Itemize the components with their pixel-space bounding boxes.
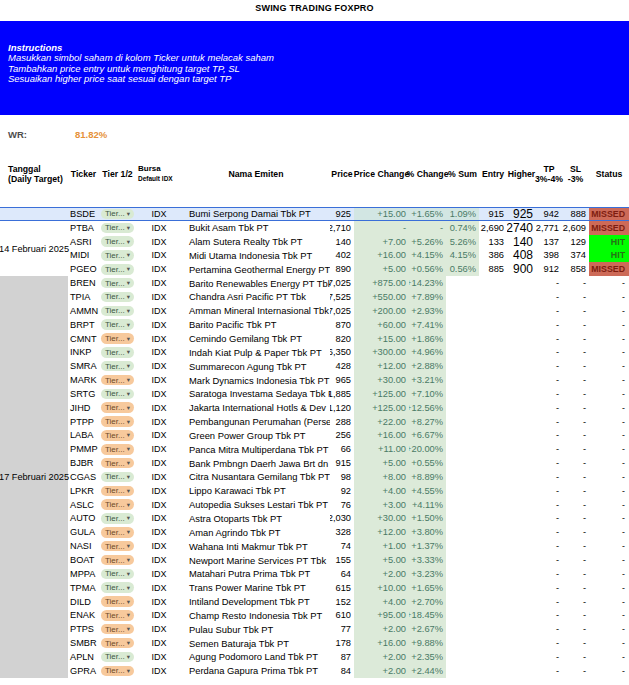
- header-price: Price: [330, 151, 354, 197]
- tier-dropdown[interactable]: Tier...▾: [101, 278, 134, 289]
- cell-pct_sum: 4.15%: [446, 249, 479, 263]
- cell-pct_change: +1.86%: [409, 332, 446, 346]
- tier-dropdown[interactable]: Tier...▾: [101, 666, 134, 677]
- cell-ticker: GPRA: [68, 664, 99, 678]
- tier-dropdown[interactable]: Tier...▾: [101, 652, 134, 663]
- tier-dropdown[interactable]: Tier...▾: [101, 223, 134, 234]
- chevron-down-icon: ▾: [127, 514, 130, 522]
- cell-sl: -: [562, 318, 589, 332]
- tier-dropdown[interactable]: Tier...▾: [101, 361, 134, 372]
- cell-sl: 888: [562, 208, 589, 220]
- tier-dropdown[interactable]: Tier...▾: [101, 555, 134, 566]
- tier-dropdown[interactable]: Tier...▾: [101, 375, 134, 386]
- tier-dropdown[interactable]: Tier...▾: [101, 209, 134, 220]
- cell-pct_sum: [446, 276, 479, 290]
- cell-higher: 900: [507, 262, 536, 276]
- cell-name: Wahana Inti Makmur Tbk PT: [182, 539, 330, 553]
- tier-dropdown[interactable]: Tier...▾: [101, 306, 134, 317]
- cell-tanggal: [0, 456, 68, 470]
- cell-name: Indah Kiat Pulp & Paper Tbk PT: [182, 345, 330, 359]
- cell-price_change: +30.00: [354, 373, 409, 387]
- cell-sl: -: [562, 512, 589, 526]
- cell-entry: [479, 484, 507, 498]
- cell-higher: [507, 484, 536, 498]
- tier-dropdown[interactable]: Tier...▾: [101, 596, 134, 607]
- cell-entry: [479, 498, 507, 512]
- tier-dropdown-label: Tier...: [105, 237, 125, 246]
- cell-pct_sum: [446, 401, 479, 415]
- header-bursa-line2: Default IDX: [138, 174, 173, 184]
- cell-tanggal: [0, 622, 68, 636]
- cell-price_change: +11.00: [354, 442, 409, 456]
- cell-tier: Tier...▾: [99, 581, 136, 595]
- tier-dropdown-label: Tier...: [105, 223, 125, 232]
- cell-pct_change: +3.80%: [409, 525, 446, 539]
- tier-dropdown[interactable]: Tier...▾: [101, 444, 134, 455]
- tier-dropdown-label: Tier...: [105, 528, 125, 537]
- tier-dropdown-label: Tier...: [105, 652, 125, 661]
- cell-entry: [479, 608, 507, 622]
- cell-ticker: PMMP: [68, 442, 99, 456]
- tier-dropdown[interactable]: Tier...▾: [101, 264, 134, 275]
- cell-tanggal: [0, 332, 68, 346]
- tier-dropdown[interactable]: Tier...▾: [101, 402, 134, 413]
- cell-pct_change: +7.41%: [409, 318, 446, 332]
- tier-dropdown[interactable]: Tier...▾: [101, 569, 134, 580]
- table-row: APLNTier...▾IDXAgung Podomoro Land Tbk P…: [0, 650, 629, 664]
- tier-dropdown[interactable]: Tier...▾: [101, 333, 134, 344]
- cell-name: Lippo Karawaci Tbk PT: [182, 484, 330, 498]
- cell-bursa: IDX: [136, 636, 182, 650]
- tier-dropdown[interactable]: Tier...▾: [101, 347, 134, 358]
- tier-dropdown[interactable]: Tier...▾: [101, 582, 134, 593]
- tier-dropdown[interactable]: Tier...▾: [101, 472, 134, 483]
- tier-dropdown[interactable]: Tier...▾: [101, 430, 134, 441]
- cell-price: 7,525: [330, 290, 354, 304]
- tier-dropdown[interactable]: Tier...▾: [101, 624, 134, 635]
- cell-sl: -: [562, 525, 589, 539]
- tier-dropdown[interactable]: Tier...▾: [101, 458, 134, 469]
- cell-pct_change: +18.45%: [409, 608, 446, 622]
- table-row: LABATier...▾IDXGreen Power Group Tbk PT2…: [0, 429, 629, 443]
- cell-tanggal: [0, 221, 68, 235]
- tier-dropdown[interactable]: Tier...▾: [101, 416, 134, 427]
- tier-dropdown[interactable]: Tier...▾: [101, 610, 134, 621]
- tier-dropdown[interactable]: Tier...▾: [101, 319, 134, 330]
- tier-dropdown[interactable]: Tier...▾: [101, 486, 134, 497]
- cell-name: Citra Nusantara Gemilang Tbk PT: [182, 470, 330, 484]
- chevron-down-icon: ▾: [127, 376, 130, 384]
- cell-price: 6,350: [330, 345, 354, 359]
- chevron-down-icon: ▾: [127, 293, 130, 301]
- cell-ticker: PTPP: [68, 415, 99, 429]
- tier-dropdown[interactable]: Tier...▾: [101, 292, 134, 303]
- cell-ticker: PTPS: [68, 622, 99, 636]
- status-badge: -: [589, 401, 629, 415]
- tier-dropdown[interactable]: Tier...▾: [101, 513, 134, 524]
- cell-bursa: IDX: [136, 415, 182, 429]
- cell-bursa: IDX: [136, 401, 182, 415]
- tier-dropdown[interactable]: Tier...▾: [101, 236, 134, 247]
- cell-higher: [507, 470, 536, 484]
- tier-dropdown[interactable]: Tier...▾: [101, 527, 134, 538]
- cell-pct_change: +2.67%: [409, 622, 446, 636]
- table-row: INKPTier...▾IDXIndah Kiat Pulp & Paper T…: [0, 345, 629, 359]
- tier-dropdown[interactable]: Tier...▾: [101, 541, 134, 552]
- cell-higher: [507, 290, 536, 304]
- tier-dropdown[interactable]: Tier...▾: [101, 638, 134, 649]
- cell-entry: [479, 290, 507, 304]
- cell-price_change: +5.00: [354, 262, 409, 276]
- tier-dropdown[interactable]: Tier...▾: [101, 250, 134, 261]
- table-row: LPKRTier...▾IDXLippo Karawaci Tbk PT92+4…: [0, 484, 629, 498]
- cell-price_change: +15.00: [354, 332, 409, 346]
- cell-pct_change: +1.50%: [409, 512, 446, 526]
- cell-bursa: IDX: [136, 553, 182, 567]
- tier-dropdown-label: Tier...: [105, 320, 125, 329]
- tier-dropdown[interactable]: Tier...▾: [101, 389, 134, 400]
- cell-price_change: +550.00: [354, 290, 409, 304]
- cell-entry: [479, 525, 507, 539]
- cell-tier: Tier...▾: [99, 608, 136, 622]
- cell-pct_sum: [446, 415, 479, 429]
- cell-tier: Tier...▾: [99, 290, 136, 304]
- tier-dropdown[interactable]: Tier...▾: [101, 499, 134, 510]
- cell-tanggal: [0, 415, 68, 429]
- cell-higher: [507, 581, 536, 595]
